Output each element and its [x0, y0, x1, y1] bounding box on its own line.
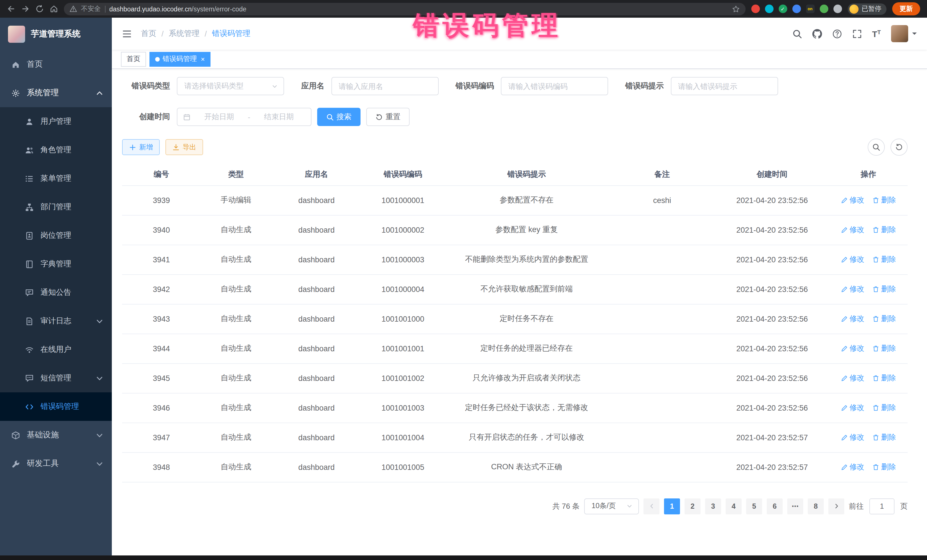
- delete-link[interactable]: 删除: [872, 343, 896, 354]
- error-type-select[interactable]: 请选择错误码类型: [177, 77, 284, 95]
- help-icon[interactable]: [832, 29, 842, 38]
- app-name-input[interactable]: [331, 77, 438, 95]
- edit-link[interactable]: 修改: [840, 254, 864, 265]
- page-8-button[interactable]: 8: [808, 498, 824, 514]
- page-3-button[interactable]: 3: [705, 498, 721, 514]
- tab-home[interactable]: 首页: [121, 52, 146, 67]
- edit-link[interactable]: 修改: [840, 432, 864, 443]
- user-menu[interactable]: [891, 25, 917, 42]
- delete-link[interactable]: 删除: [872, 254, 896, 265]
- error-hint-input[interactable]: [670, 77, 778, 95]
- delete-link[interactable]: 删除: [872, 462, 896, 472]
- browser-update-button[interactable]: 更新: [892, 2, 920, 15]
- search-icon[interactable]: [792, 29, 802, 38]
- cell-hint: 参数配置 key 重复: [444, 215, 609, 244]
- edit-link[interactable]: 修改: [840, 314, 864, 324]
- extension-puzzle-icon[interactable]: [833, 5, 842, 13]
- sidebar-item-online-user[interactable]: 在线用户: [0, 335, 112, 364]
- edit-link[interactable]: 修改: [840, 225, 864, 235]
- edit-link[interactable]: 修改: [840, 284, 864, 294]
- reset-button[interactable]: 重置: [366, 108, 410, 126]
- bookmark-star-icon[interactable]: [732, 5, 740, 13]
- edit-link[interactable]: 修改: [840, 462, 864, 472]
- breadcrumb-item[interactable]: 系统管理: [169, 29, 200, 39]
- page-5-button[interactable]: 5: [746, 498, 762, 514]
- extension-green-check-icon[interactable]: ✓: [778, 5, 787, 13]
- delete-link[interactable]: 删除: [872, 373, 896, 383]
- forward-icon[interactable]: [21, 5, 30, 13]
- breadcrumb-item[interactable]: 首页: [141, 29, 156, 39]
- edit-link[interactable]: 修改: [840, 343, 864, 354]
- delete-link[interactable]: 删除: [872, 284, 896, 294]
- date-range-picker[interactable]: 开始日期 - 结束日期: [177, 108, 312, 126]
- sidebar-item-infrastructure[interactable]: 基础设施: [0, 421, 112, 449]
- refresh-table-button[interactable]: [891, 138, 907, 156]
- sidebar-item-error-code[interactable]: 错误码管理: [0, 392, 112, 421]
- page-2-button[interactable]: 2: [685, 498, 701, 514]
- sidebar-item-post[interactable]: 岗位管理: [0, 221, 112, 250]
- next-page-button[interactable]: [828, 498, 844, 514]
- cell-id: 3945: [122, 363, 201, 393]
- menu-fold-icon[interactable]: [122, 29, 132, 38]
- sidebar-item-dept[interactable]: 部门管理: [0, 193, 112, 221]
- more-pages-button[interactable]: ⋯: [787, 498, 803, 514]
- back-icon[interactable]: [7, 5, 15, 13]
- page-content: 错误码类型 请选择错误码类型 应用名 错误码编码: [112, 69, 927, 555]
- github-icon[interactable]: [812, 29, 822, 38]
- table-header-row: 编号类型应用名错误码编码错误码提示备注创建时间操作: [122, 164, 907, 185]
- profile-paused-badge[interactable]: 已暂停: [847, 3, 886, 15]
- delete-link[interactable]: 删除: [872, 432, 896, 443]
- extension-on-toggle-icon[interactable]: on: [806, 5, 815, 13]
- extension-green-icon[interactable]: [819, 5, 828, 13]
- column-header-type: 类型: [201, 164, 271, 185]
- delete-link[interactable]: 删除: [872, 225, 896, 235]
- sidebar-item-sms[interactable]: 短信管理: [0, 364, 112, 392]
- chevron-right-icon: [833, 503, 839, 509]
- sidebar-item-role[interactable]: 角色管理: [0, 136, 112, 164]
- close-tab-icon[interactable]: ×: [201, 56, 205, 62]
- address-bar[interactable]: 不安全 dashboard.yudao.iocoder.cn/system/er…: [64, 3, 745, 15]
- chevron-left-icon: [648, 503, 655, 509]
- sidebar-item-audit-log[interactable]: 审计日志: [0, 307, 112, 335]
- prev-page-button[interactable]: [643, 498, 660, 514]
- fullscreen-icon[interactable]: [852, 29, 862, 38]
- extension-blue-grid-icon[interactable]: [792, 5, 801, 13]
- font-size-icon[interactable]: TT: [872, 29, 881, 38]
- edit-link[interactable]: 修改: [840, 195, 864, 205]
- edit-icon: [840, 345, 848, 352]
- sidebar-item-menu[interactable]: 菜单管理: [0, 164, 112, 193]
- column-header-actions: 操作: [829, 164, 908, 185]
- toggle-search-button[interactable]: [868, 138, 885, 156]
- page-4-button[interactable]: 4: [726, 498, 742, 514]
- delete-link[interactable]: 删除: [872, 314, 896, 324]
- extension-red-icon[interactable]: [751, 5, 760, 13]
- app-logo[interactable]: 芋道管理系统: [0, 18, 112, 50]
- edit-link[interactable]: 修改: [840, 403, 864, 413]
- sidebar-item-dev-tools[interactable]: 研发工具: [0, 449, 112, 478]
- chevron-down-icon: [272, 83, 278, 89]
- page-1-button[interactable]: 1: [664, 498, 680, 514]
- search-button[interactable]: 搜索: [317, 108, 360, 126]
- export-button[interactable]: 导出: [166, 139, 203, 155]
- reload-icon[interactable]: [35, 5, 44, 13]
- sidebar-item-dict[interactable]: 字典管理: [0, 250, 112, 278]
- page-6-button[interactable]: 6: [767, 498, 783, 514]
- list-icon: [25, 174, 33, 183]
- goto-label: 前往: [849, 501, 864, 511]
- sidebar-item-user[interactable]: 用户管理: [0, 107, 112, 136]
- browser-home-icon[interactable]: [50, 5, 58, 13]
- page-size-select[interactable]: 10条/页: [584, 498, 639, 514]
- add-button[interactable]: 新增: [122, 139, 160, 155]
- tab-error-code[interactable]: 错误码管理×: [149, 52, 211, 67]
- extension-teal-icon[interactable]: [765, 5, 773, 13]
- delete-link[interactable]: 删除: [872, 195, 896, 205]
- insecure-warning-icon[interactable]: [70, 5, 77, 12]
- delete-link[interactable]: 删除: [872, 403, 896, 413]
- edit-link[interactable]: 修改: [840, 373, 864, 383]
- sidebar-item-home[interactable]: 首页: [0, 50, 112, 79]
- error-code-input[interactable]: [501, 77, 608, 95]
- cell-remark: [609, 363, 715, 393]
- sidebar-item-notice[interactable]: 通知公告: [0, 278, 112, 307]
- sidebar-item-system[interactable]: 系统管理: [0, 79, 112, 107]
- goto-page-input[interactable]: [869, 498, 895, 514]
